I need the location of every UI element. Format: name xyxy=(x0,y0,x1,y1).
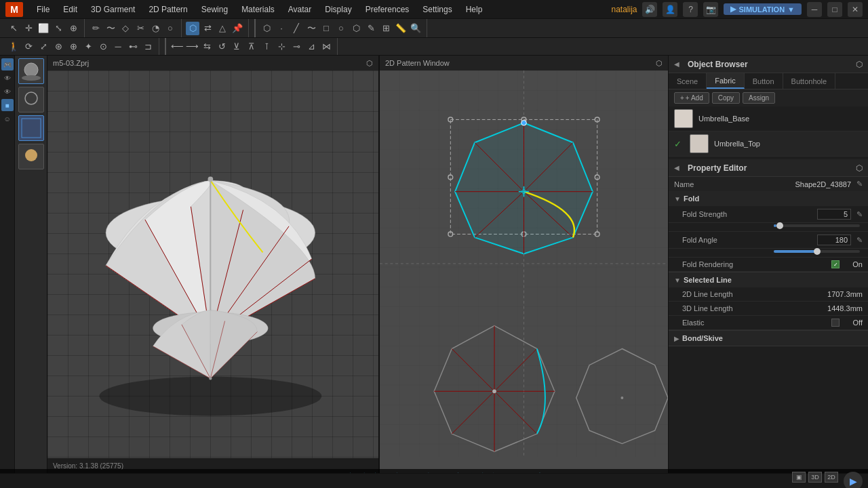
copy-fabric-button[interactable]: Copy xyxy=(712,92,740,104)
menu-preferences[interactable]: Preferences xyxy=(360,3,415,16)
view2d-expand-icon[interactable]: ⬡ xyxy=(656,59,663,68)
fold-strength-slider[interactable] xyxy=(774,224,860,227)
obj-browser-expand-icon[interactable]: ◀ xyxy=(674,60,679,68)
fold-tool[interactable]: ⇄ xyxy=(201,22,214,35)
tb2-tool-3[interactable]: ⤢ xyxy=(37,40,50,54)
pin-tool[interactable]: 📌 xyxy=(231,22,244,35)
pen-tool[interactable]: ✏ xyxy=(89,22,102,35)
menu-file[interactable]: File xyxy=(31,3,55,16)
sidebar-icon-view4[interactable]: ■ xyxy=(1,99,14,111)
sidebar-icon-view3[interactable]: 👁 xyxy=(1,85,14,98)
tb2-tool-10[interactable]: ⊐ xyxy=(141,40,155,54)
tb2-tool-7[interactable]: ⊙ xyxy=(96,40,110,54)
view-2d[interactable]: 2D Pattern Window ⬡ xyxy=(380,56,668,473)
arc-tool[interactable]: ◔ xyxy=(149,22,162,35)
close-button[interactable]: ✕ xyxy=(848,2,863,17)
add-fabric-button[interactable]: + + Add xyxy=(674,92,709,104)
menu-avatar[interactable]: Avatar xyxy=(283,3,317,16)
tb2-sew-1[interactable]: ⟵ xyxy=(170,40,184,54)
prop-editor-popout-icon[interactable]: ⬡ xyxy=(856,163,863,173)
2d-curve[interactable]: 〜 xyxy=(304,22,318,35)
maximize-button[interactable]: □ xyxy=(827,2,842,17)
sidebar-icon-view5[interactable]: ☺ xyxy=(1,113,14,125)
prop-name-edit-icon[interactable]: ✎ xyxy=(856,180,863,188)
sidebar-icon-view3d[interactable]: 🎮 xyxy=(1,58,14,70)
tb2-tool-6[interactable]: ✦ xyxy=(81,40,95,54)
prop-editor-expand-icon[interactable]: ◀ xyxy=(674,164,679,171)
tb2-sew-3[interactable]: ⇆ xyxy=(200,40,214,54)
tb2-sew-5[interactable]: ⊻ xyxy=(230,40,243,54)
anchor-tool[interactable]: ◇ xyxy=(119,22,132,35)
fold-strength-input[interactable] xyxy=(817,209,851,220)
menu-help[interactable]: Help xyxy=(460,3,488,16)
2d-internal[interactable]: ⊞ xyxy=(379,22,393,35)
fold-angle-slider[interactable] xyxy=(774,250,860,253)
fabric-item-top[interactable]: ✓ Umbrella_Top xyxy=(669,131,868,157)
2d-rect[interactable]: □ xyxy=(319,22,333,35)
tb2-sew-6[interactable]: ⊼ xyxy=(245,40,258,54)
tb2-tool-8[interactable]: ─ xyxy=(111,40,125,54)
tb2-tool-9[interactable]: ⊷ xyxy=(126,40,140,54)
selected-line-header[interactable]: ▼ Selected Line xyxy=(669,272,868,287)
audio-icon[interactable]: 🔊 xyxy=(642,2,657,17)
sidebar-icon-view2[interactable]: 👁 xyxy=(1,72,14,84)
obj-browser-popout-icon[interactable]: ⬡ xyxy=(856,60,863,69)
layout-icon-1[interactable]: ▣ xyxy=(792,472,806,483)
tb2-tool-5[interactable]: ⊕ xyxy=(66,40,80,54)
2d-measure[interactable]: 📏 xyxy=(394,22,408,35)
tb2-tool-4[interactable]: ⊛ xyxy=(52,40,65,54)
fabric-item-base[interactable]: Umbrella_Base xyxy=(669,106,868,131)
menu-display[interactable]: Display xyxy=(319,3,357,16)
tb2-sew-9[interactable]: ⊸ xyxy=(290,40,303,54)
tb2-sew-11[interactable]: ⋈ xyxy=(319,40,333,54)
2d-line[interactable]: ╱ xyxy=(290,22,303,35)
tb2-sew-10[interactable]: ⊿ xyxy=(304,40,318,54)
circle-tool[interactable]: ○ xyxy=(163,22,177,35)
move-tool[interactable]: ⊕ xyxy=(66,22,80,35)
tb2-walk-tool[interactable]: 🚶 xyxy=(7,40,20,54)
menu-edit[interactable]: Edit xyxy=(58,3,83,16)
thumb-3[interactable] xyxy=(18,115,44,141)
menu-2d-pattern[interactable]: 2D Pattern xyxy=(143,3,193,16)
fold-angle-input[interactable] xyxy=(817,235,851,245)
2d-zoom[interactable]: 🔍 xyxy=(409,22,422,35)
fold-rendering-checkbox[interactable]: ✓ xyxy=(831,260,840,268)
2d-point[interactable]: · xyxy=(275,22,288,35)
thumb-2[interactable] xyxy=(18,87,44,113)
view-3d[interactable]: m5-03.Zprj ⬡ xyxy=(47,56,380,473)
rect-select-tool[interactable]: ⬜ xyxy=(37,22,50,35)
tb2-sew-2[interactable]: ⟶ xyxy=(185,40,199,54)
play-button[interactable]: ▶ xyxy=(844,472,863,489)
menu-sewing[interactable]: Sewing xyxy=(196,3,233,16)
select-tool[interactable]: ↖ xyxy=(7,22,20,35)
help-icon[interactable]: ? xyxy=(683,2,698,17)
cut-tool[interactable]: ✂ xyxy=(134,22,147,35)
menu-settings[interactable]: Settings xyxy=(417,3,457,16)
tab-scene[interactable]: Scene xyxy=(669,73,707,89)
menu-3d-garment[interactable]: 3D Garment xyxy=(85,3,140,16)
elastic-checkbox[interactable] xyxy=(831,319,840,327)
fold-section-header[interactable]: ▼ Fold xyxy=(669,191,868,206)
view3d-expand-icon[interactable]: ⬡ xyxy=(366,59,373,68)
assign-fabric-button[interactable]: Assign xyxy=(743,92,775,104)
fold-angle-edit-icon[interactable]: ✎ xyxy=(856,236,863,245)
add-tool[interactable]: ✛ xyxy=(22,22,35,35)
tb2-sew-4[interactable]: ↺ xyxy=(215,40,229,54)
tab-button[interactable]: Button xyxy=(745,73,783,89)
tb2-sew-7[interactable]: ⊺ xyxy=(260,40,273,54)
thumb-4[interactable] xyxy=(18,144,44,169)
2d-select[interactable]: ⬡ xyxy=(260,22,273,35)
bond-skive-header[interactable]: ▶ Bond/Skive xyxy=(669,331,868,346)
tab-buttonhole[interactable]: Buttonhole xyxy=(783,73,836,89)
2d-freeform[interactable]: ✎ xyxy=(364,22,378,35)
2d-poly[interactable]: ⬡ xyxy=(349,22,363,35)
layout-icon-3d[interactable]: 3D xyxy=(808,472,822,483)
fold-strength-edit-icon[interactable]: ✎ xyxy=(856,210,863,219)
dart-tool[interactable]: △ xyxy=(216,22,229,35)
thumb-1[interactable] xyxy=(18,58,44,84)
minimize-button[interactable]: ─ xyxy=(807,2,822,17)
pattern-select-tool[interactable]: ⬡ xyxy=(186,22,199,35)
layout-icon-2d[interactable]: 2D xyxy=(825,472,838,483)
2d-circle[interactable]: ○ xyxy=(334,22,348,35)
simulation-button[interactable]: ▶ SIMULATION ▼ xyxy=(724,3,802,15)
